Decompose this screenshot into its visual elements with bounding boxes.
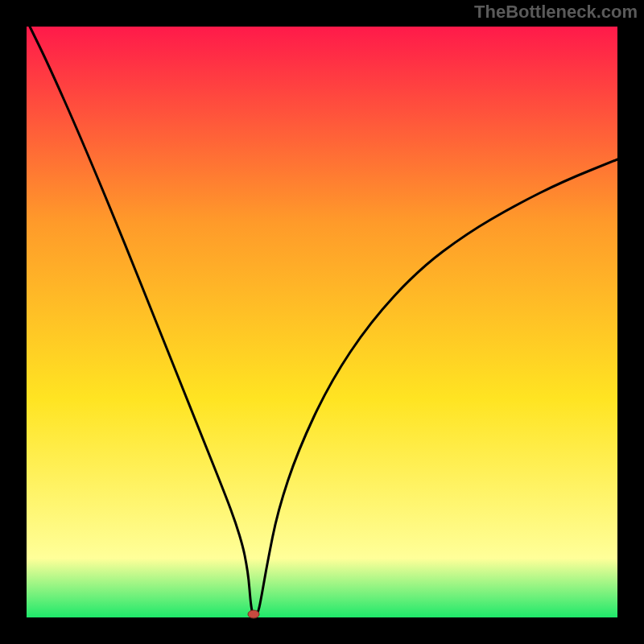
chart-plot-area bbox=[27, 27, 617, 617]
bottleneck-chart: TheBottleneck.com bbox=[0, 0, 644, 644]
minimum-marker bbox=[248, 610, 259, 618]
watermark: TheBottleneck.com bbox=[474, 2, 638, 22]
